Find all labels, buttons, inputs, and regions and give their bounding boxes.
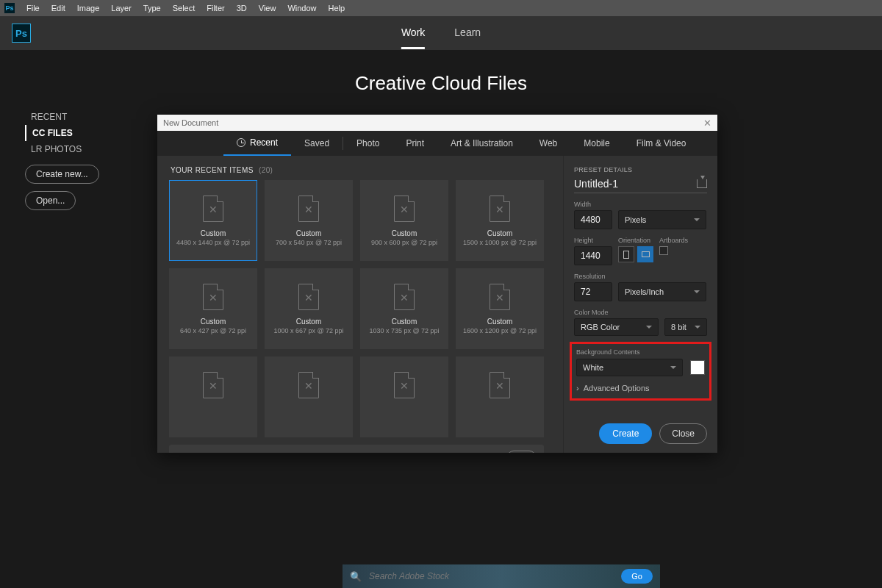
- document-icon: ✕: [298, 372, 319, 398]
- bitdepth-select[interactable]: 8 bit: [664, 318, 707, 336]
- document-icon: ✕: [394, 196, 415, 222]
- colormode-select[interactable]: RGB Color: [574, 318, 659, 336]
- dtab-print[interactable]: Print: [392, 131, 437, 156]
- menu-type[interactable]: Type: [137, 4, 167, 12]
- dtab-recent[interactable]: Recent: [223, 131, 291, 156]
- bgcontents-select[interactable]: White: [576, 359, 683, 376]
- stock-go-button[interactable]: Go: [506, 451, 537, 453]
- orientation-portrait[interactable]: [618, 246, 634, 262]
- units-select[interactable]: Pixels: [618, 210, 706, 229]
- preset-grid: ✕ Custom 4480 x 1440 px @ 72 ppi ✕ Custo…: [169, 180, 551, 437]
- artboards-checkbox[interactable]: [659, 246, 668, 255]
- preset-details-panel: PRESET DETAILS Untitled-1 Width Pixels H…: [563, 156, 717, 453]
- card-sublabel: 700 x 540 px @ 72 ppi: [276, 239, 342, 246]
- page-title: Creative Cloud Files: [0, 72, 882, 95]
- height-label: Height: [574, 237, 612, 244]
- document-icon: ✕: [394, 284, 415, 310]
- menu-filter[interactable]: Filter: [201, 4, 230, 12]
- document-name-field[interactable]: Untitled-1: [574, 178, 618, 190]
- close-icon[interactable]: ✕: [703, 118, 711, 129]
- resolution-label: Resolution: [574, 273, 707, 280]
- stock-search: 🔍 Go: [169, 445, 544, 453]
- dtab-film[interactable]: Film & Video: [623, 131, 700, 156]
- advanced-options-toggle[interactable]: Advanced Options: [576, 384, 705, 392]
- dtab-photo[interactable]: Photo: [343, 131, 392, 156]
- resolution-input[interactable]: [574, 282, 612, 301]
- preset-card[interactable]: ✕ Custom 1500 x 1000 px @ 72 ppi: [456, 180, 544, 261]
- search-icon: 🔍: [176, 453, 188, 453]
- create-button[interactable]: Create: [599, 423, 652, 444]
- menu-edit[interactable]: Edit: [46, 4, 71, 12]
- close-button[interactable]: Close: [659, 423, 707, 444]
- preset-card[interactable]: ✕..: [360, 356, 448, 437]
- open-button[interactable]: Open...: [25, 191, 76, 210]
- menu-3d[interactable]: 3D: [231, 4, 253, 12]
- artboards-label: Artboards: [659, 237, 688, 244]
- document-icon: ✕: [394, 372, 415, 398]
- preset-card[interactable]: ✕..: [265, 356, 353, 437]
- menu-image[interactable]: Image: [71, 4, 106, 12]
- tab-work[interactable]: Work: [401, 18, 425, 49]
- dialog-title: New Document: [163, 118, 218, 127]
- dtab-web[interactable]: Web: [526, 131, 570, 156]
- document-icon: ✕: [490, 196, 510, 222]
- preset-card[interactable]: ✕ Custom 1600 x 1200 px @ 72 ppi: [456, 268, 544, 349]
- bottom-stock-bar: 🔍 Go: [343, 564, 660, 588]
- resolution-units-select[interactable]: Pixels/Inch: [618, 282, 706, 301]
- document-icon: ✕: [203, 372, 223, 398]
- menu-file[interactable]: File: [21, 4, 46, 12]
- document-icon: ✕: [203, 284, 223, 310]
- card-label: Custom: [392, 229, 417, 237]
- card-label: Custom: [392, 318, 417, 326]
- orientation-label: Orientation: [618, 237, 653, 244]
- bottom-stock-go[interactable]: Go: [621, 569, 653, 584]
- bgcolor-swatch[interactable]: [690, 360, 705, 375]
- preset-card[interactable]: ✕ Custom 1030 x 735 px @ 72 ppi: [360, 268, 448, 349]
- preset-card[interactable]: ✕ Custom 640 x 427 px @ 72 ppi: [169, 268, 257, 349]
- search-icon: 🔍: [350, 571, 362, 582]
- presets-header: YOUR RECENT ITEMS (20): [171, 166, 551, 174]
- tab-learn[interactable]: Learn: [454, 18, 481, 49]
- card-sublabel: 900 x 600 px @ 72 ppi: [371, 239, 437, 246]
- preset-card[interactable]: ✕ Custom 1000 x 667 px @ 72 ppi: [265, 268, 353, 349]
- document-icon: ✕: [203, 196, 223, 222]
- dialog-tabs: Recent Saved Photo Print Art & Illustrat…: [157, 131, 717, 156]
- dtab-art[interactable]: Art & Illustration: [437, 131, 526, 156]
- card-label: Custom: [296, 229, 321, 237]
- card-sublabel: 1030 x 735 px @ 72 ppi: [369, 327, 439, 334]
- nav-ccfiles[interactable]: CC FILES: [25, 125, 87, 141]
- create-new-button[interactable]: Create new...: [25, 165, 99, 184]
- width-label: Width: [574, 201, 707, 208]
- preset-card[interactable]: ✕ Custom 700 x 540 px @ 72 ppi: [265, 180, 353, 261]
- preset-card[interactable]: ✕ Custom 4480 x 1440 px @ 72 ppi: [169, 180, 257, 261]
- preset-card[interactable]: ✕..: [169, 356, 257, 437]
- width-input[interactable]: [574, 210, 612, 229]
- menubar: Ps File Edit Image Layer Type Select Fil…: [0, 0, 882, 16]
- document-icon: ✕: [298, 284, 319, 310]
- menu-layer[interactable]: Layer: [105, 4, 137, 12]
- orientation-landscape[interactable]: [637, 246, 653, 262]
- document-icon: ✕: [298, 196, 319, 222]
- menu-window[interactable]: Window: [282, 4, 322, 12]
- header-secondary: Ps Work Learn: [0, 16, 882, 50]
- dtab-saved[interactable]: Saved: [291, 131, 343, 156]
- card-label: Custom: [296, 318, 321, 326]
- menu-select[interactable]: Select: [167, 4, 201, 12]
- dialog-titlebar: New Document ✕: [157, 115, 717, 131]
- nav-recent[interactable]: RECENT: [25, 109, 87, 125]
- card-label: Custom: [201, 318, 226, 326]
- dtab-mobile[interactable]: Mobile: [570, 131, 623, 156]
- card-sublabel: 1600 x 1200 px @ 72 ppi: [463, 327, 537, 334]
- bottom-stock-input[interactable]: [369, 571, 614, 581]
- save-preset-icon[interactable]: [697, 179, 707, 188]
- card-sublabel: 4480 x 1440 px @ 72 ppi: [176, 239, 250, 246]
- preset-card[interactable]: ✕..: [456, 356, 544, 437]
- preset-card[interactable]: ✕ Custom 900 x 600 px @ 72 ppi: [360, 180, 448, 261]
- height-input[interactable]: [574, 246, 612, 265]
- preset-details-label: PRESET DETAILS: [574, 166, 632, 173]
- card-sublabel: 1000 x 667 px @ 72 ppi: [273, 327, 343, 334]
- menu-help[interactable]: Help: [323, 4, 351, 12]
- nav-lrphotos[interactable]: LR PHOTOS: [25, 141, 87, 157]
- menu-view[interactable]: View: [253, 4, 282, 12]
- card-label: Custom: [487, 318, 512, 326]
